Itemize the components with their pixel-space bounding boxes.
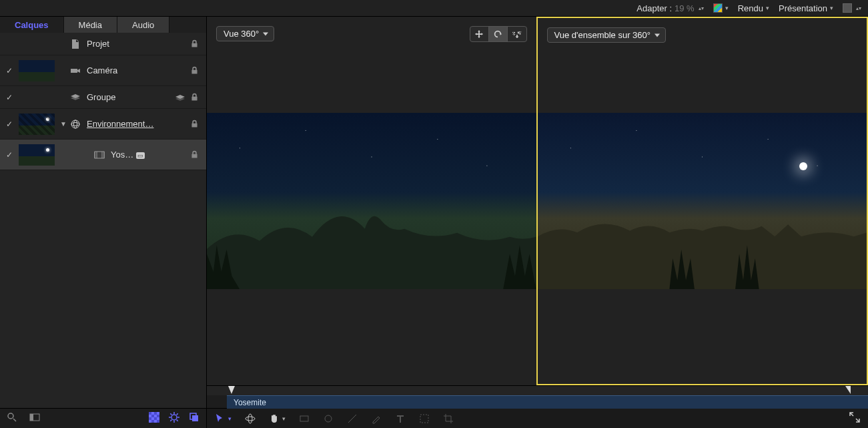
text-tool[interactable] [395,413,406,424]
viewport-image[interactable] [207,17,536,385]
rectangle-tool[interactable] [299,413,310,424]
layer-row-clip[interactable]: ✓ Yos… ▭ [0,140,206,170]
fit-control[interactable]: Adapter : 19 % ▴▾ [636,3,703,13]
chevron-down-icon: ▾ [725,5,729,11]
svg-rect-8 [149,412,151,415]
tab-layers[interactable]: Calques [0,17,64,33]
sidebar-footer [0,408,206,428]
top-toolbar: Adapter : 19 % ▴▾ ▾ Rendu ▾ Présentation… [0,0,868,17]
stack-icon[interactable] [189,412,199,425]
canvas-area: Vue 360° [207,17,868,428]
svg-point-19 [246,417,255,421]
pen-tool[interactable] [371,413,382,424]
chevron-down-icon: ▾ [766,5,769,11]
visibility-checkbox[interactable]: ✓ [0,66,19,75]
view-mode-dropdown[interactable]: Vue d'ensemble sur 360° [547,27,667,43]
layer-name: Groupe [83,92,173,102]
fit-label: Adapter : [636,3,672,13]
timeline[interactable]: Yosemite [207,385,868,408]
background-color-menu[interactable]: ▴▾ [843,3,861,13]
orbit-tool-button[interactable] [489,27,508,41]
gear-icon[interactable] [169,412,179,425]
dolly-tool-button[interactable] [508,27,526,41]
visibility-checkbox[interactable]: ✓ [0,150,19,160]
layer-row-camera[interactable]: ✓ Caméra [0,55,206,86]
pan-tool-button[interactable] [470,27,489,41]
stepper-icon[interactable]: ▴▾ [856,7,861,10]
project-icon [68,39,83,49]
blend-icon[interactable] [173,92,187,103]
playhead-icon[interactable] [228,386,235,394]
layer-name: Environnement… [83,119,187,129]
svg-rect-14 [151,420,154,423]
sidebar: Calques Média Audio Projet [0,17,207,428]
svg-rect-11 [157,415,159,417]
svg-point-4 [8,413,13,419]
filmstrip-icon [92,150,107,160]
chevron-down-icon[interactable]: ▾ [282,415,286,422]
lock-icon[interactable] [187,150,201,159]
sphere-360-icon [68,119,83,130]
hand-tool[interactable]: ▾ [269,413,286,424]
color-channels-menu[interactable]: ▾ [713,3,729,13]
svg-point-16 [171,415,177,420]
presentation-menu[interactable]: Présentation ▾ [779,3,833,13]
layer-thumbnail [19,60,55,81]
svg-point-2 [74,120,77,128]
line-tool[interactable] [347,413,358,424]
layer-thumbnail [19,114,55,135]
mask-tool[interactable] [419,413,430,424]
viewport-right[interactable]: Vue d'ensemble sur 360° [536,17,869,385]
svg-point-1 [71,122,79,126]
visibility-checkbox[interactable]: ✓ [0,93,19,102]
svg-rect-21 [300,416,308,421]
layer-row-environment[interactable]: ✓ ▼ Environnement… [0,109,206,140]
lock-icon[interactable] [187,120,201,128]
transparency-grid-icon[interactable] [149,412,159,425]
layer-list: Projet ✓ Caméra [0,33,206,408]
disclosure-triangle-icon[interactable]: ▼ [59,120,68,128]
svg-rect-23 [420,415,428,423]
arrow-tool[interactable]: ▾ [215,413,232,424]
badge-icon: ▭ [136,152,145,159]
search-icon[interactable] [7,412,17,425]
fullscreen-icon[interactable] [849,415,860,425]
layer-name: Yos… ▭ [107,150,187,160]
camera-icon [68,65,83,76]
lock-icon[interactable] [187,93,201,101]
background-swatch-icon [843,3,852,13]
tab-media[interactable]: Média [64,17,117,33]
circle-tool[interactable] [323,413,334,424]
chevron-down-icon[interactable]: ▾ [228,415,232,422]
3d-transform-tool[interactable] [245,413,256,424]
stepper-icon[interactable]: ▴▾ [699,7,704,10]
layer-row-project[interactable]: Projet [0,33,206,55]
viewport-left[interactable]: Vue 360° [207,17,536,385]
crop-tool[interactable] [443,413,454,424]
canvas-footer-toolbar: ▾ ▾ [207,408,868,428]
out-marker-icon[interactable] [845,386,851,394]
render-menu[interactable]: Rendu ▾ [738,3,769,13]
timeline-clip[interactable]: Yosemite [227,395,868,409]
viewport-image[interactable] [538,18,867,384]
layer-name: Caméra [83,65,187,75]
timeline-ruler[interactable] [207,386,868,395]
presentation-label: Présentation [779,3,827,13]
svg-rect-10 [151,415,154,417]
svg-rect-12 [149,417,151,420]
svg-rect-18 [192,415,198,421]
sidebar-tabs: Calques Média Audio [0,17,206,33]
lock-icon[interactable] [187,66,201,75]
svg-rect-9 [154,412,157,415]
panel-icon[interactable] [29,412,40,425]
svg-point-22 [325,415,332,422]
view-mode-dropdown[interactable]: Vue 360° [216,26,274,41]
svg-rect-6 [30,414,33,421]
orientation-tools [470,26,527,42]
lock-icon[interactable] [187,39,201,48]
svg-rect-3 [95,152,104,158]
color-swatch-icon [713,3,723,13]
tab-audio[interactable]: Audio [117,17,169,33]
layer-row-group[interactable]: ✓ Groupe [0,86,206,109]
visibility-checkbox[interactable]: ✓ [0,120,19,129]
